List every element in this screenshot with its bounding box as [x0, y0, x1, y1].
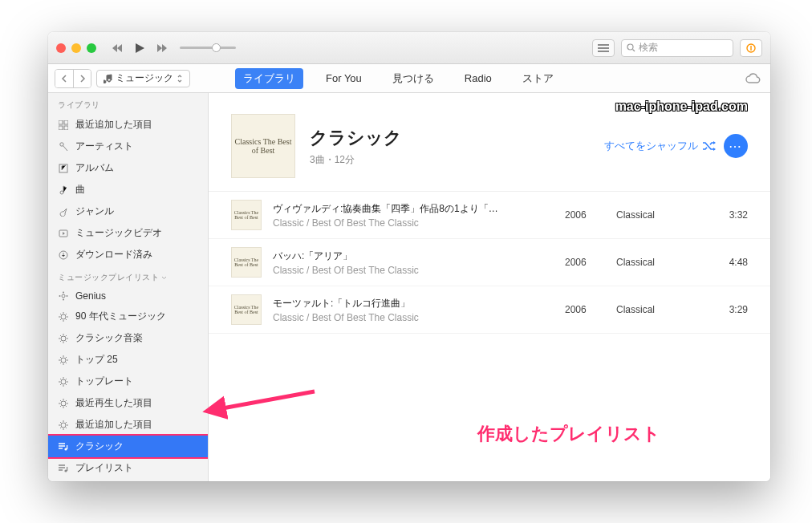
track-info: ヴィヴァルディ:協奏曲集「四季」作品8の1より「… Classic / Best… — [273, 202, 554, 229]
sidebar-item-label: Genius — [75, 290, 106, 302]
tab-radio[interactable]: Radio — [457, 69, 500, 87]
svg-point-14 — [63, 299, 64, 301]
track-year: 2006 — [565, 304, 605, 315]
music-icon — [104, 74, 112, 83]
sidebar-item-genres[interactable]: ジャンル — [48, 201, 208, 222]
shuffle-all-button[interactable]: すべてをシャッフル — [604, 139, 716, 153]
track-year: 2006 — [565, 209, 605, 221]
sidebar-item-smart-recentplayed[interactable]: 最近再生した項目 — [48, 392, 208, 414]
table-row[interactable]: Classics The Best of Best ヴィヴァルディ:協奏曲集「四… — [209, 192, 770, 239]
volume-slider[interactable] — [180, 47, 236, 49]
table-row[interactable]: Classics The Best of Best モーツァルト:「トルコ行進曲… — [209, 286, 770, 334]
sidebar-item-label: ダウンロード済み — [75, 248, 152, 262]
playlist-icon — [58, 463, 69, 474]
track-duration: 3:32 — [708, 209, 748, 221]
media-picker-label: ミュージック — [116, 71, 173, 85]
sidebar-item-albums[interactable]: アルバム — [48, 157, 208, 179]
svg-rect-2 — [750, 46, 751, 51]
sidebar: ライブラリ 最近追加した項目 アーティスト アルバム 曲 ジャンル ミュージック… — [48, 93, 209, 481]
playlist-icon — [58, 441, 69, 452]
forward-button[interactable] — [73, 70, 91, 87]
navbar: ミュージック ライブラリ For You 見つける Radio ストア — [48, 64, 770, 93]
back-button[interactable] — [55, 70, 73, 87]
sidebar-item-label: アルバム — [75, 161, 114, 175]
shuffle-label: すべてをシャッフル — [604, 139, 698, 153]
video-icon — [58, 228, 69, 239]
sidebar-item-smart-top25[interactable]: トップ 25 — [48, 349, 208, 371]
sidebar-item-label: 90 年代ミュージック — [75, 310, 166, 323]
next-track-button[interactable] — [154, 40, 170, 56]
track-name: モーツァルト:「トルコ行進曲」 — [273, 297, 554, 310]
prev-track-button[interactable] — [109, 40, 125, 56]
search-input[interactable]: 検索 — [621, 39, 733, 57]
close-button[interactable] — [56, 43, 66, 53]
grid-icon — [58, 120, 69, 131]
sidebar-item-artists[interactable]: アーティスト — [48, 136, 208, 157]
sidebar-item-smart-toprated[interactable]: トップレート — [48, 371, 208, 392]
sidebar-item-playlist-playlist[interactable]: プレイリスト — [48, 457, 208, 479]
sidebar-item-smart-90s[interactable]: 90 年代ミュージック — [48, 306, 208, 327]
svg-point-16 — [67, 295, 68, 297]
sidebar-item-genius[interactable]: Genius — [48, 286, 208, 306]
track-sub: Classic / Best Of Best The Classic — [273, 265, 554, 276]
nav-tabs: ライブラリ For You 見つける Radio ストア — [235, 68, 740, 89]
gear-icon — [58, 311, 69, 322]
sidebar-head-playlists[interactable]: ミュージックプレイリスト — [48, 266, 208, 286]
search-placeholder: 検索 — [639, 41, 658, 55]
sidebar-item-playlist-classic[interactable]: クラシック — [48, 436, 208, 457]
track-duration: 3:29 — [708, 304, 748, 315]
zoom-button[interactable] — [87, 43, 96, 53]
more-button[interactable]: ⋯ — [724, 134, 748, 158]
annotation-label: 作成したプレイリスト — [477, 422, 660, 446]
playlist-title: クラシック — [310, 126, 402, 150]
playlist-actions: すべてをシャッフル ⋯ — [604, 134, 748, 158]
guitar-icon — [58, 206, 69, 217]
album-icon — [58, 163, 69, 174]
track-artwork: Classics The Best of Best — [231, 247, 262, 278]
tab-for-you[interactable]: For You — [318, 69, 370, 87]
playlist-meta: 3曲・12分 — [310, 153, 402, 167]
svg-rect-4 — [64, 120, 68, 124]
svg-rect-6 — [64, 126, 68, 130]
svg-point-9 — [60, 191, 63, 194]
track-artwork: Classics The Best of Best — [231, 294, 262, 325]
track-list: Classics The Best of Best ヴィヴァルディ:協奏曲集「四… — [209, 191, 770, 334]
table-row[interactable]: Classics The Best of Best バッハ:「アリア」 Clas… — [209, 239, 770, 286]
sidebar-item-label: ジャンル — [75, 205, 114, 218]
cloud-icon[interactable] — [745, 73, 761, 84]
sidebar-item-label: トップレート — [75, 375, 133, 388]
sidebar-item-label: クラシック — [75, 440, 124, 453]
sidebar-item-songs[interactable]: 曲 — [48, 179, 208, 201]
media-picker[interactable]: ミュージック — [96, 70, 190, 87]
note-icon — [58, 184, 69, 196]
sidebar-item-label: 最近再生した項目 — [75, 396, 152, 410]
tab-store[interactable]: ストア — [514, 68, 562, 89]
history-nav — [55, 69, 91, 88]
sidebar-item-downloaded[interactable]: ダウンロード済み — [48, 244, 208, 266]
gear-icon — [58, 420, 69, 431]
sidebar-item-label: トップ 25 — [75, 353, 118, 367]
sidebar-item-label: アーティスト — [75, 140, 133, 153]
sidebar-item-music-videos[interactable]: ミュージックビデオ — [48, 222, 208, 244]
view-mode-button[interactable] — [592, 39, 615, 57]
track-genre: Classical — [616, 304, 696, 315]
sign-in-button[interactable] — [740, 39, 762, 57]
sidebar-item-smart-recentadded[interactable]: 最近追加した項目 — [48, 414, 208, 436]
svg-point-0 — [627, 44, 633, 50]
window-controls — [56, 43, 96, 53]
sidebar-item-recently-added[interactable]: 最近追加した項目 — [48, 114, 208, 136]
play-button[interactable] — [132, 40, 148, 56]
tab-library[interactable]: ライブラリ — [235, 68, 303, 89]
playlist-artwork[interactable]: Classics The Best of Best — [231, 114, 295, 178]
tab-browse[interactable]: 見つける — [384, 68, 442, 89]
volume-knob[interactable] — [212, 43, 221, 52]
svg-point-22 — [61, 423, 66, 428]
minimize-button[interactable] — [71, 43, 81, 53]
svg-point-19 — [61, 358, 66, 363]
track-name: ヴィヴァルディ:協奏曲集「四季」作品8の1より「… — [273, 202, 554, 216]
sidebar-item-smart-classical[interactable]: クラシック音楽 — [48, 327, 208, 349]
sidebar-item-label: 最近追加した項目 — [75, 118, 152, 132]
chevron-updown-icon — [177, 75, 183, 83]
toolbar-right: 検索 — [592, 39, 762, 57]
shuffle-icon — [703, 141, 716, 151]
